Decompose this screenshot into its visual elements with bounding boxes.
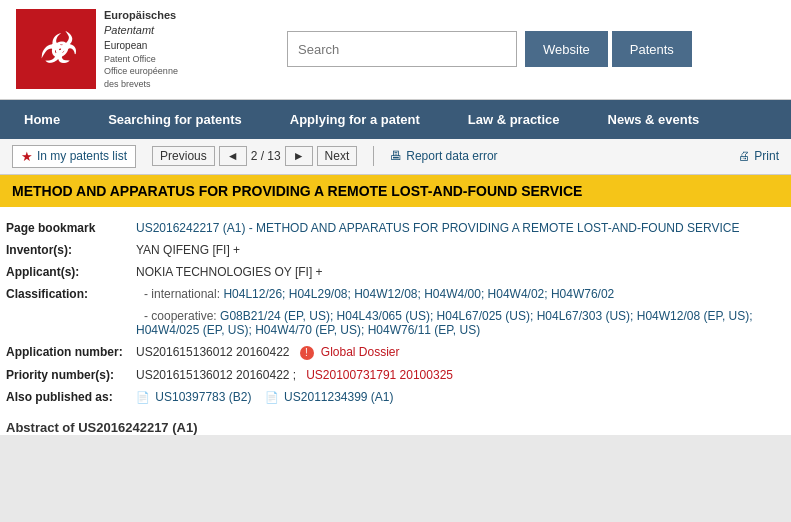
main-nav: Home Searching for patents Applying for … — [0, 100, 791, 139]
applicant-label: Applicant(s): — [0, 261, 130, 283]
applicant-row: Applicant(s): NOKIA TECHNOLOGIES OY [FI]… — [0, 261, 791, 283]
global-dossier-link[interactable]: Global Dossier — [321, 345, 400, 359]
inventor-row: Inventor(s): YAN QIFENG [FI] + — [0, 239, 791, 261]
page-info: 2 / 13 — [251, 149, 281, 163]
org-name-2: Patentamt — [104, 23, 178, 38]
intl-label: - international: — [136, 287, 220, 301]
next-arrow-button[interactable]: ► — [285, 146, 313, 166]
patents-button[interactable]: Patents — [612, 31, 692, 67]
priority-value: US201615136012 20160422 ; US20100731791 … — [130, 364, 791, 386]
previous-button[interactable]: Previous — [152, 146, 215, 166]
priority-label: Priority number(s): — [0, 364, 130, 386]
nav-home[interactable]: Home — [0, 100, 84, 139]
coop-codes[interactable]: G08B21/24 (EP, US); H04L43/065 (US); H04… — [136, 309, 753, 337]
logo-area: ☣ Europäisches Patentamt European Patent… — [16, 8, 211, 91]
org-name-3: European — [104, 39, 178, 53]
info-icon: ! — [300, 346, 314, 360]
appnum-text: US201615136012 20160422 — [136, 345, 289, 359]
nav-applying[interactable]: Applying for a patent — [266, 100, 444, 139]
next-button[interactable]: Next — [317, 146, 358, 166]
doc-icon-1: 📄 — [136, 391, 150, 403]
report-error-button[interactable]: 🖶 Report data error — [390, 149, 497, 163]
org-name-1: Europäisches — [104, 8, 178, 23]
priority-red-link[interactable]: US20100731791 20100325 — [306, 368, 453, 382]
nav-law[interactable]: Law & practice — [444, 100, 584, 139]
inventor-text: YAN QIFENG [FI] + — [136, 243, 240, 257]
my-patents-button[interactable]: ★ In my patents list — [12, 145, 136, 168]
classification-row: Classification: - international: H04L12/… — [0, 283, 791, 305]
org-name-5: Office européenne — [104, 65, 178, 78]
website-button[interactable]: Website — [525, 31, 608, 67]
inventor-value: YAN QIFENG [FI] + — [130, 239, 791, 261]
report-label: Report data error — [406, 149, 497, 163]
header: ☣ Europäisches Patentamt European Patent… — [0, 0, 791, 100]
pagination-controls: Previous ◄ 2 / 13 ► Next — [152, 146, 357, 166]
print-button[interactable]: 🖨 Print — [738, 149, 779, 163]
bookmark-row: Page bookmark US2016242217 (A1) - METHOD… — [0, 217, 791, 239]
appnum-row: Application number: US201615136012 20160… — [0, 341, 791, 364]
cooperative-row: - cooperative: G08B21/24 (EP, US); H04L4… — [0, 305, 791, 341]
applicant-text: NOKIA TECHNOLOGIES OY [FI] + — [136, 265, 323, 279]
org-name-4: Patent Office — [104, 53, 178, 66]
coop-label: - cooperative: — [136, 309, 217, 323]
search-input[interactable] — [287, 31, 517, 67]
org-name-6: des brevets — [104, 78, 178, 91]
toolbar-separator — [373, 146, 374, 166]
also-pub-value: 📄 US10397783 (B2) 📄 US2011234399 (A1) — [130, 386, 791, 408]
classification-intl: - international: H04L12/26; H04L29/08; H… — [130, 283, 791, 305]
doc-icon-2: 📄 — [265, 391, 279, 403]
logo-symbol: ☣ — [38, 29, 74, 69]
main-content: METHOD AND APPARATUS FOR PROVIDING A REM… — [0, 175, 791, 435]
bookmark-value: US2016242217 (A1) - METHOD AND APPARATUS… — [130, 217, 791, 239]
bookmark-label: Page bookmark — [0, 217, 130, 239]
search-area: Website Patents — [287, 31, 775, 67]
nav-news[interactable]: News & events — [584, 100, 724, 139]
epo-logo: ☣ — [16, 9, 96, 89]
also-pub-link-2[interactable]: US2011234399 (A1) — [284, 390, 393, 404]
report-icon: 🖶 — [390, 149, 402, 163]
priority-text: US201615136012 20160422 ; — [136, 368, 296, 382]
inventor-label: Inventor(s): — [0, 239, 130, 261]
applicant-value: NOKIA TECHNOLOGIES OY [FI] + — [130, 261, 791, 283]
priority-row: Priority number(s): US201615136012 20160… — [0, 364, 791, 386]
logo-text: Europäisches Patentamt European Patent O… — [104, 8, 178, 91]
also-pub-link-1[interactable]: US10397783 (B2) — [155, 390, 251, 404]
also-pub-label: Also published as: — [0, 386, 130, 408]
prev-arrow-button[interactable]: ◄ — [219, 146, 247, 166]
my-patents-label: In my patents list — [37, 149, 127, 163]
star-icon: ★ — [21, 149, 33, 164]
also-published-row: Also published as: 📄 US10397783 (B2) 📄 U… — [0, 386, 791, 408]
intl-codes[interactable]: H04L12/26; H04L29/08; H04W12/08; H04W4/0… — [223, 287, 614, 301]
coop-spacer — [0, 305, 130, 341]
results-toolbar: ★ In my patents list Previous ◄ 2 / 13 ►… — [0, 139, 791, 175]
printer-icon: 🖨 — [738, 149, 750, 163]
nav-searching[interactable]: Searching for patents — [84, 100, 266, 139]
bookmark-link[interactable]: US2016242217 (A1) - METHOD AND APPARATUS… — [136, 221, 739, 235]
classification-coop: - cooperative: G08B21/24 (EP, US); H04L4… — [130, 305, 791, 341]
patent-details-table: Page bookmark US2016242217 (A1) - METHOD… — [0, 217, 791, 408]
classification-label: Classification: — [0, 283, 130, 305]
appnum-value: US201615136012 20160422 ! Global Dossier — [130, 341, 791, 364]
print-label: Print — [754, 149, 779, 163]
abstract-heading: Abstract of US2016242217 (A1) — [0, 420, 791, 435]
appnum-label: Application number: — [0, 341, 130, 364]
patent-title: METHOD AND APPARATUS FOR PROVIDING A REM… — [0, 175, 791, 207]
